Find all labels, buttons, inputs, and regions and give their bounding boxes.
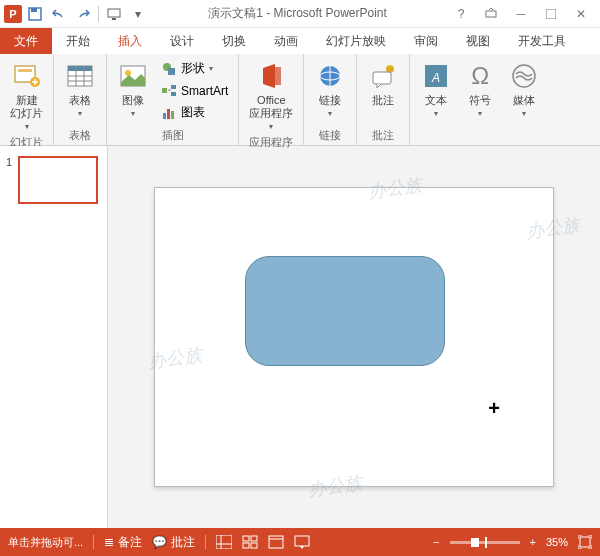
rounded-rectangle-shape[interactable] [245,256,445,366]
notes-button[interactable]: ≣ 备注 [104,534,142,551]
symbols-icon: Ω [464,60,496,92]
new-slide-button[interactable]: 新建 幻灯片 ▾ [6,58,47,133]
media-button[interactable]: 媒体 ▾ [504,58,544,120]
chart-button[interactable]: 图表 [157,102,232,123]
qat-dropdown[interactable]: ▾ [127,3,149,25]
ribbon: 新建 幻灯片 ▾ 幻灯片 表格 ▾ 表格 图像 ▾ 形状 [0,54,600,146]
normal-view-button[interactable] [216,535,232,549]
tab-file[interactable]: 文件 [0,28,52,54]
table-icon [64,60,96,92]
svg-rect-23 [167,109,170,119]
slideshow-button[interactable] [103,3,125,25]
maximize-button[interactable] [540,3,562,25]
comments-label: 批注 [171,534,195,551]
fit-to-window-button[interactable] [578,535,592,549]
zoom-level[interactable]: 35% [546,536,568,548]
symbols-label: 符号 [469,94,491,107]
table-button[interactable]: 表格 ▾ [60,58,100,120]
slide[interactable] [154,187,554,487]
svg-rect-30 [373,72,391,84]
svg-rect-2 [108,9,120,17]
svg-rect-41 [269,536,283,548]
svg-rect-19 [162,88,167,93]
tab-developer[interactable]: 开发工具 [504,28,580,54]
svg-rect-38 [251,536,257,541]
chart-label: 图表 [181,104,205,121]
smartart-icon [161,83,177,99]
zoom-slider[interactable] [450,541,520,544]
ribbon-options-button[interactable] [480,3,502,25]
media-label: 媒体 [513,94,535,107]
reading-view-button[interactable] [268,535,284,549]
dropdown-arrow-icon: ▾ [25,122,29,131]
quick-access-toolbar: P ▾ [0,3,153,25]
comment-icon [367,60,399,92]
comment-button[interactable]: 批注 [363,58,403,109]
symbols-button[interactable]: Ω 符号 ▾ [460,58,500,120]
office-apps-button[interactable]: Office 应用程序 ▾ [245,58,297,133]
redo-button[interactable] [72,3,94,25]
dropdown-arrow-icon: ▾ [269,122,273,131]
shapes-button[interactable]: 形状 ▾ [157,58,232,79]
slide-thumbnail-1[interactable]: 1 [6,156,101,204]
svg-rect-40 [251,543,257,548]
group-slides: 新建 幻灯片 ▾ 幻灯片 [0,54,54,145]
smartart-button[interactable]: SmartArt [157,80,232,101]
zoom-out-button[interactable]: − [433,536,439,548]
tab-design[interactable]: 设计 [156,28,208,54]
svg-rect-1 [31,8,37,12]
undo-button[interactable] [48,3,70,25]
sorter-view-button[interactable] [242,535,258,549]
group-label-links: 链接 [310,126,350,143]
group-label-comments: 批注 [363,126,403,143]
svg-rect-25 [275,67,281,85]
tab-animations[interactable]: 动画 [260,28,312,54]
zoom-in-button[interactable]: + [530,536,536,548]
table-label: 表格 [69,94,91,107]
window-controls: ? ─ ✕ [442,3,600,25]
tab-review[interactable]: 审阅 [400,28,452,54]
svg-rect-10 [68,66,92,71]
slide-canvas-area[interactable]: + 办公族 办公族 办公族 办公族 [108,146,600,528]
chart-icon [161,105,177,121]
group-comments: 批注 批注 [357,54,410,145]
dropdown-arrow-icon: ▾ [328,109,332,118]
notes-icon: ≣ [104,535,114,549]
text-label: 文本 [425,94,447,107]
tab-insert[interactable]: 插入 [104,28,156,54]
svg-rect-7 [18,69,32,72]
images-label: 图像 [122,94,144,107]
dropdown-arrow-icon: ▾ [78,109,82,118]
links-button[interactable]: 链接 ▾ [310,58,350,120]
comment-label: 批注 [372,94,394,107]
svg-rect-39 [243,543,249,548]
svg-rect-44 [580,537,590,547]
tab-transitions[interactable]: 切换 [208,28,260,54]
svg-rect-21 [171,92,176,96]
svg-rect-43 [295,536,309,546]
help-button[interactable]: ? [450,3,472,25]
comments-button[interactable]: 💬 批注 [152,534,195,551]
group-tables: 表格 ▾ 表格 [54,54,107,145]
dropdown-arrow-icon: ▾ [522,109,526,118]
shapes-label: 形状 [181,60,205,77]
text-button[interactable]: A 文本 ▾ [416,58,456,120]
svg-rect-5 [546,9,556,19]
images-button[interactable]: 图像 ▾ [113,58,153,123]
thumbnail-pane[interactable]: 1 [0,146,108,528]
svg-rect-20 [171,85,176,89]
shapes-icon [161,61,177,77]
tab-view[interactable]: 视图 [452,28,504,54]
group-label-tables: 表格 [60,126,100,143]
group-apps: Office 应用程序 ▾ 应用程序 [239,54,304,145]
svg-point-16 [125,70,131,76]
slideshow-view-button[interactable] [294,535,310,549]
minimize-button[interactable]: ─ [510,3,532,25]
close-button[interactable]: ✕ [570,3,592,25]
save-button[interactable] [24,3,46,25]
tab-home[interactable]: 开始 [52,28,104,54]
links-icon [314,60,346,92]
comments-icon: 💬 [152,535,167,549]
tab-slideshow[interactable]: 幻灯片放映 [312,28,400,54]
notes-label: 备注 [118,534,142,551]
